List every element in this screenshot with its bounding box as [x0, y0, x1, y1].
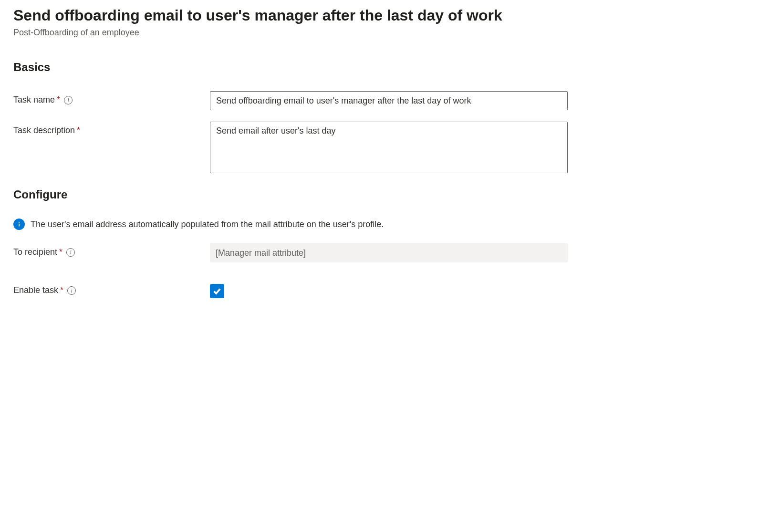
- to-recipient-label: To recipient * i: [13, 243, 210, 257]
- info-icon[interactable]: i: [66, 248, 75, 257]
- task-name-row: Task name * i: [13, 91, 746, 110]
- page-subtitle: Post-Offboarding of an employee: [13, 28, 746, 38]
- required-indicator: *: [59, 247, 62, 257]
- required-indicator: *: [60, 285, 63, 295]
- task-description-row: Task description *: [13, 122, 746, 175]
- to-recipient-label-text: To recipient: [13, 247, 57, 257]
- info-banner-text: The user's email address automatically p…: [31, 219, 384, 229]
- task-description-input[interactable]: [210, 122, 568, 173]
- task-name-label: Task name * i: [13, 91, 210, 105]
- enable-task-label-text: Enable task: [13, 285, 58, 295]
- task-name-input[interactable]: [210, 91, 568, 110]
- to-recipient-field: [Manager mail attribute]: [210, 243, 568, 262]
- info-icon[interactable]: i: [64, 96, 73, 104]
- task-description-label: Task description *: [13, 122, 210, 136]
- required-indicator: *: [57, 95, 60, 105]
- section-heading-configure: Configure: [13, 188, 746, 201]
- to-recipient-row: To recipient * i [Manager mail attribute…: [13, 243, 746, 262]
- enable-task-checkbox[interactable]: [210, 284, 224, 298]
- task-name-label-text: Task name: [13, 95, 55, 105]
- info-banner: The user's email address automatically p…: [13, 219, 746, 230]
- page-title: Send offboarding email to user's manager…: [13, 6, 746, 25]
- enable-task-row: Enable task * i: [13, 282, 746, 301]
- info-icon[interactable]: i: [67, 286, 76, 295]
- task-description-label-text: Task description: [13, 125, 75, 136]
- info-banner-icon: [13, 219, 25, 230]
- section-heading-basics: Basics: [13, 61, 746, 74]
- required-indicator: *: [77, 125, 80, 136]
- enable-task-label: Enable task * i: [13, 282, 210, 295]
